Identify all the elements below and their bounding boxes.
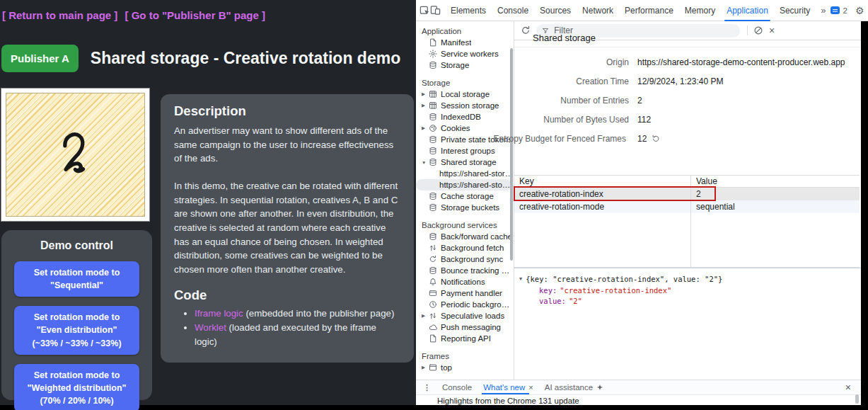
set-weighted-distribution-button[interactable]: Set rotation mode to "Weighted distribut… [14,364,139,410]
sidebar-item-background-fetch[interactable]: Background fetch [416,242,514,254]
close-drawer-icon[interactable]: × [845,382,857,393]
sidebar-item-indexeddb[interactable]: IndexedDB [416,111,514,123]
database-icon [429,232,437,241]
issues-counter[interactable]: 2 [831,6,847,15]
description-para-1: An advertiser may want to show different… [174,124,400,166]
chevron-right-icon[interactable]: ▶ [422,313,429,319]
table-header-row: Key Value [514,176,860,188]
divider [747,25,748,35]
up-down-arrows-icon [429,312,437,320]
demo-control-title: Demo control [14,239,139,252]
sidebar-item-push-messaging[interactable]: Push messaging [416,321,514,333]
iframe-logic-link[interactable]: Iframe logic [195,308,243,319]
sidebar-item-interest-groups[interactable]: Interest groups [416,145,514,156]
database-icon [429,135,437,144]
meta-label: Entropy Budget for Fenced Frames [514,134,629,144]
shared-storage-panel: × Shared storage Origin https://shared-s… [514,21,868,380]
drawer-tab-ai-assistance[interactable]: AI assistance [539,380,609,394]
settings-gear-icon[interactable]: ⚙ [855,5,864,16]
publisher-b-link[interactable]: [ Go to "Publisher B" page ] [125,9,265,21]
tab-memory[interactable]: Memory [679,0,721,21]
description-panel: Description An advertiser may want to sh… [161,94,414,363]
chevron-right-icon[interactable]: ▶ [422,103,429,108]
refresh-icon[interactable] [521,25,531,35]
sidebar-item-top-frame[interactable]: ▶top [416,362,514,373]
tab-sources[interactable]: Sources [534,0,577,21]
sidebar-item-manifest[interactable]: Manifest [416,37,514,48]
object-expander-icon[interactable]: ▼ [519,276,522,282]
sidebar-item-storage[interactable]: Storage [416,59,514,71]
object-property: key: "creative-rotation-index" [519,285,868,295]
sidebar-item-shared-storage[interactable]: ▼Shared storage [416,156,514,168]
sidebar-item-session-storage[interactable]: ▶Session storage [416,100,514,111]
set-even-distribution-button[interactable]: Set rotation mode to "Even distribution"… [14,306,139,354]
chevron-right-icon[interactable]: ▶ [422,91,429,97]
sidebar-scrollbar[interactable] [510,48,513,261]
sidebar-item-periodic-background-sync[interactable]: Periodic backgroun… [416,299,514,310]
cookie-icon [429,124,437,132]
page-header: Publisher A Shared storage - Creative ro… [1,45,400,72]
drawer-scrollbar[interactable] [855,394,859,404]
sync-icon [429,255,437,263]
database-icon [429,113,437,121]
bell-icon [429,278,437,286]
value-column-header[interactable]: Value [690,176,860,186]
sidebar-item-cache-storage[interactable]: Cache storage [416,190,514,202]
tab-network[interactable]: Network [577,0,619,21]
sidebar-item-shared-storage-origin-1[interactable]: https://shared-storage… [416,168,514,179]
drawer-tabbar: ⋮ Console What's new × AI assistance × [416,380,861,395]
chevron-down-icon[interactable]: ▼ [422,160,429,165]
sidebar-item-cookies[interactable]: ▶Cookies [416,123,514,134]
table-icon [429,90,437,98]
reset-entropy-icon[interactable] [652,135,660,143]
sidebar-item-service-workers[interactable]: Service workers [416,48,514,59]
sidebar-item-storage-buckets[interactable]: Storage buckets [416,202,514,213]
code-links-list: Iframe logic (embedded into the publishe… [174,307,400,349]
device-toolbar-icon[interactable] [430,5,441,16]
tab-security[interactable]: Security [774,0,816,21]
drawer-tab-whats-new[interactable]: What's new × [478,380,539,394]
key-value-table: Key Value creative-rotation-index 2 crea… [514,175,860,268]
chevron-right-icon[interactable]: ▶ [422,365,429,370]
chevron-right-icon[interactable]: ▶ [422,125,429,131]
devtools-tabbar: Elements Console Sources Network Perform… [416,0,868,21]
worklet-link[interactable]: Worklet [195,322,226,333]
key-column-header[interactable]: Key [514,176,690,186]
table-row[interactable]: creative-rotation-index 2 [514,188,860,200]
database-icon [429,147,437,155]
drawer-kebab-menu-icon[interactable]: ⋮ [423,383,431,392]
tab-elements[interactable]: Elements [445,0,492,21]
sidebar-item-speculative-loads[interactable]: ▶Speculative loads [416,310,514,321]
sidebar-item-shared-storage-origin-2-selected[interactable]: https://shared-storage… [416,179,511,190]
table-row[interactable]: creative-rotation-mode sequential [514,200,860,213]
inspect-element-icon[interactable] [419,5,430,16]
sidebar-item-background-sync[interactable]: Background sync [416,254,514,265]
delete-all-icon[interactable]: × [769,25,775,35]
meta-value: 12/9/2024, 1:23:40 PM [629,76,868,86]
code-heading: Code [174,287,400,303]
list-item: Iframe logic (embedded into the publishe… [195,307,400,321]
tab-application[interactable]: Application [721,0,774,21]
tab-performance[interactable]: Performance [619,0,679,21]
more-tabs-icon[interactable]: » [816,5,831,16]
block-clear-icon[interactable] [753,25,763,35]
sidebar-item-bounce-tracking[interactable]: Bounce tracking miti… [416,265,514,276]
sidebar-item-payment-handler[interactable]: Payment handler [416,287,514,299]
column-divider[interactable] [690,176,691,267]
close-whats-new-icon[interactable]: × [528,380,533,394]
sidebar-item-back-forward-cache[interactable]: Back/forward cache [416,231,514,242]
meta-label: Creation Time [514,76,629,86]
sidebar-item-local-storage[interactable]: ▶Local storage [416,89,514,100]
divider [514,47,868,47]
description-para-2: In this demo, the creative can be rotate… [174,179,400,277]
sidebar-item-notifications[interactable]: Notifications [416,276,514,287]
sidebar-header-storage: Storage [416,77,514,89]
return-main-page-link[interactable]: [ Return to main page ] [2,9,117,21]
tab-console[interactable]: Console [492,0,534,21]
spark-icon [596,384,603,391]
sidebar-item-reporting-api[interactable]: Reporting API [416,333,514,344]
database-icon [429,158,437,166]
meta-value: https://shared-storage-demo-content-prod… [629,57,868,67]
drawer-tab-console[interactable]: Console [436,380,478,394]
set-sequential-button[interactable]: Set rotation mode to "Sequential" [14,261,139,297]
